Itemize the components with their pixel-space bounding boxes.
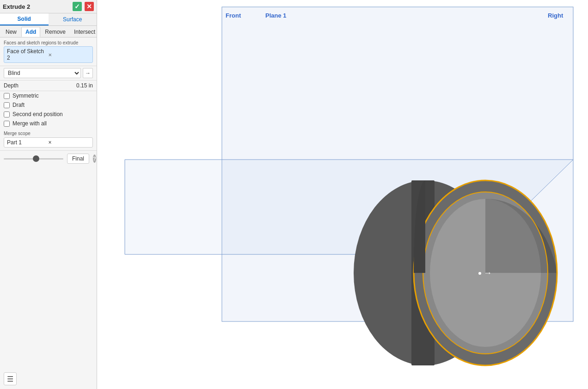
help-button[interactable]: ? bbox=[93, 154, 96, 163]
merge-scope-value: Part 1 bbox=[7, 139, 49, 146]
merge-scope-section: Merge scope Part 1 × bbox=[0, 128, 97, 151]
symmetric-row: Symmetric bbox=[0, 91, 97, 100]
depth-value: 0.15 in bbox=[76, 82, 93, 89]
bottom-icon-area: ☰ bbox=[0, 369, 97, 389]
flip-direction-button[interactable]: → bbox=[83, 68, 93, 78]
front-label: Front bbox=[226, 12, 241, 19]
tab-solid[interactable]: Solid bbox=[0, 13, 49, 25]
title-bar: Extrude 2 ✓ ✕ bbox=[0, 0, 97, 13]
center-arrow: → bbox=[484, 268, 492, 278]
cancel-button[interactable]: ✕ bbox=[85, 2, 94, 11]
plane1-label: Plane 1 bbox=[265, 12, 287, 19]
type-tabs: Solid Surface bbox=[0, 13, 97, 26]
merge-scope-input[interactable]: Part 1 × bbox=[4, 137, 93, 148]
second-end-label: Second end position bbox=[12, 111, 63, 117]
face-input-section: Faces and sketch regions to extrude Face… bbox=[0, 37, 97, 66]
face-input-value: Face of Sketch 2 bbox=[7, 48, 49, 61]
tab-surface[interactable]: Surface bbox=[49, 13, 97, 25]
merge-scope-label: Merge scope bbox=[4, 131, 93, 136]
viewport: Front Plane 1 Right → bbox=[97, 0, 588, 389]
tab-intersect[interactable]: Intersect bbox=[70, 27, 99, 37]
final-button[interactable]: Final bbox=[67, 154, 89, 164]
merge-with-all-label: Merge with all bbox=[12, 120, 47, 127]
dialog-title: Extrude 2 bbox=[3, 3, 70, 10]
draft-row: Draft bbox=[0, 100, 97, 110]
termination-select[interactable]: Blind bbox=[4, 68, 81, 78]
left-panel: Extrude 2 ✓ ✕ Solid Surface New Add Remo… bbox=[0, 0, 97, 389]
confirm-button[interactable]: ✓ bbox=[73, 2, 82, 11]
symmetric-checkbox[interactable] bbox=[4, 93, 10, 99]
symmetric-label: Symmetric bbox=[12, 93, 39, 99]
depth-slider[interactable] bbox=[4, 158, 63, 160]
face-field-label: Faces and sketch regions to extrude bbox=[4, 40, 93, 45]
draft-checkbox[interactable] bbox=[4, 102, 10, 108]
face-input-field[interactable]: Face of Sketch 2 × bbox=[4, 46, 93, 63]
merge-scope-clear[interactable]: × bbox=[49, 139, 90, 146]
viewport-svg: Front Plane 1 Right → bbox=[97, 0, 588, 389]
slider-row: Final ? bbox=[0, 151, 97, 167]
depth-row: Depth 0.15 in bbox=[0, 80, 97, 91]
list-view-button[interactable]: ☰ bbox=[4, 372, 17, 385]
termination-row: Blind → bbox=[0, 66, 97, 80]
tab-add[interactable]: Add bbox=[21, 27, 40, 37]
tab-new[interactable]: New bbox=[2, 27, 20, 37]
right-label: Right bbox=[548, 12, 564, 19]
draft-label: Draft bbox=[12, 102, 24, 108]
center-dot bbox=[478, 272, 481, 275]
tab-remove[interactable]: Remove bbox=[41, 27, 69, 37]
face-input-clear[interactable]: × bbox=[49, 51, 90, 58]
second-end-row: Second end position bbox=[0, 110, 97, 119]
merge-with-all-checkbox[interactable] bbox=[4, 121, 10, 127]
merge-with-all-row: Merge with all bbox=[0, 119, 97, 128]
second-end-checkbox[interactable] bbox=[4, 111, 10, 117]
op-tabs: New Add Remove Intersect bbox=[0, 26, 97, 37]
depth-label: Depth bbox=[4, 82, 76, 89]
